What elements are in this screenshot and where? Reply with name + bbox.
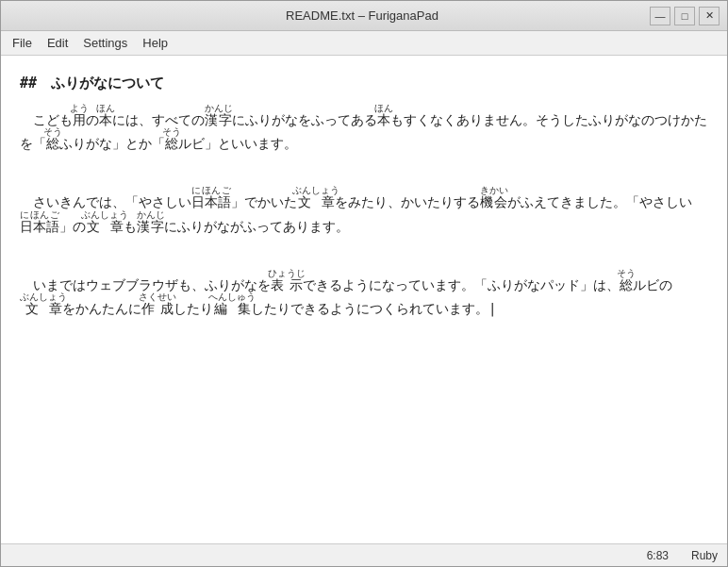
editor-area[interactable]: ## ふりがなについて こども用ようの本ほんには、すべての漢字かんじにふりがなを…	[1, 56, 727, 543]
paragraph-3: いまではウェブブラウザも、ふりがなを表示ひょうじできるようになっています。「ふり…	[20, 269, 708, 321]
menu-bar: File Edit Settings Help	[1, 31, 727, 56]
editor-content: ## ふりがなについて こども用ようの本ほんには、すべての漢字かんじにふりがなを…	[20, 71, 708, 321]
window-title: README.txt – FuriganaPad	[74, 8, 650, 23]
cursor-position: 6:83	[647, 549, 669, 562]
minimize-button[interactable]: —	[650, 7, 670, 25]
menu-edit[interactable]: Edit	[40, 34, 75, 52]
menu-help[interactable]: Help	[135, 34, 175, 52]
window-controls: — □ ✕	[650, 7, 720, 25]
menu-file[interactable]: File	[5, 34, 40, 52]
title-bar: README.txt – FuriganaPad — □ ✕	[1, 1, 727, 31]
paragraph-2: さいきんでは、「やさしい日本語にほんご」でかいた文章ぶんしょうをみたり、かいたり…	[20, 186, 708, 238]
heading-line: ## ふりがなについて	[20, 71, 708, 96]
language-label: Ruby	[691, 549, 718, 562]
menu-settings[interactable]: Settings	[75, 34, 135, 52]
close-button[interactable]: ✕	[699, 7, 720, 25]
paragraph-1: こども用ようの本ほんには、すべての漢字かんじにふりがなをふってある本ほんもすくな…	[20, 104, 708, 156]
status-bar: 6:83 Ruby	[1, 543, 727, 566]
maximize-button[interactable]: □	[674, 7, 695, 25]
main-window: README.txt – FuriganaPad — □ ✕ File Edit…	[0, 0, 728, 567]
